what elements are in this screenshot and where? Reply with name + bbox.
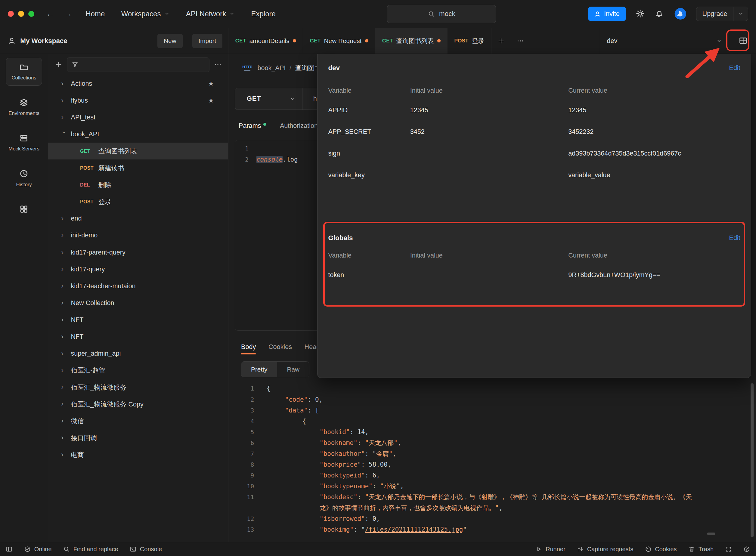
maximize-button[interactable] bbox=[28, 11, 34, 17]
new-tab-button[interactable] bbox=[491, 28, 511, 54]
new-button[interactable]: New bbox=[158, 34, 182, 48]
globals-edit-link[interactable]: Edit bbox=[729, 234, 740, 242]
statusbar-label: Capture requests bbox=[587, 546, 633, 553]
request-item[interactable]: DEL删除 bbox=[48, 176, 228, 193]
settings-button[interactable] bbox=[635, 9, 645, 19]
collection-folder[interactable]: ›微信 bbox=[48, 413, 228, 429]
rail-item-collections[interactable]: Collections bbox=[6, 58, 42, 85]
collection-folder[interactable]: ›API_test bbox=[48, 109, 228, 126]
request-tab[interactable]: GETNew Request bbox=[303, 28, 375, 54]
json-token: "bookdesc" bbox=[320, 493, 357, 501]
sidebar-more-button[interactable] bbox=[214, 61, 221, 68]
statusbar-layout[interactable] bbox=[6, 546, 12, 552]
collection-folder[interactable]: ›kid17-teacher-mutaion bbox=[48, 278, 228, 294]
method-dropdown[interactable]: GET bbox=[235, 88, 303, 110]
request-item[interactable]: GET查询图书列表 bbox=[48, 143, 228, 160]
collection-folder[interactable]: ›super_admin_api bbox=[48, 345, 228, 362]
nav-workspaces[interactable]: Workspaces bbox=[121, 10, 170, 18]
nav-api-network[interactable]: API Network bbox=[186, 10, 235, 18]
svg-text:HTTP: HTTP bbox=[242, 65, 252, 69]
global-search-input[interactable]: mock bbox=[387, 5, 496, 23]
vertical-scrollbar[interactable] bbox=[751, 383, 754, 537]
nav-home[interactable]: Home bbox=[85, 10, 105, 18]
statusbar-capture-requests[interactable]: Capture requests bbox=[577, 546, 633, 553]
statusbar-runner[interactable]: Runner bbox=[536, 546, 565, 553]
minimize-button[interactable] bbox=[18, 11, 24, 17]
response-link[interactable]: /files/202111112143125.jpg bbox=[365, 526, 463, 533]
statusbar-expand[interactable] bbox=[725, 546, 732, 552]
collection-folder[interactable]: ›接口回调 bbox=[48, 429, 228, 446]
environment-edit-link[interactable]: Edit bbox=[729, 64, 740, 72]
request-item[interactable]: POST登录 bbox=[48, 193, 228, 210]
gear-icon bbox=[635, 9, 645, 18]
environment-selector[interactable]: dev bbox=[599, 28, 730, 54]
add-collection-button[interactable] bbox=[55, 61, 62, 68]
json-token: " bbox=[463, 526, 467, 533]
url-input[interactable]: h bbox=[303, 95, 317, 103]
close-button[interactable] bbox=[8, 11, 14, 17]
collection-search-input[interactable] bbox=[67, 58, 209, 72]
collection-folder[interactable]: ›NFT bbox=[48, 311, 228, 328]
globals-section-header: Globals Edit bbox=[317, 225, 751, 247]
collection-folder[interactable]: ›end bbox=[48, 210, 228, 227]
user-avatar[interactable] bbox=[674, 7, 687, 20]
env-variable-row: variable_keyvariable_value bbox=[317, 164, 751, 186]
request-tab[interactable]: GET查询图书列表 bbox=[375, 28, 448, 54]
environment-quick-look-button[interactable] bbox=[730, 28, 756, 54]
request-tab[interactable]: GETamountDetails bbox=[229, 28, 303, 54]
statusbar-find-and-replace[interactable]: Find and replace bbox=[63, 546, 118, 553]
collection-folder[interactable]: ›佰医汇_物流微服务 bbox=[48, 379, 228, 396]
rail-item-history[interactable]: History bbox=[6, 164, 42, 192]
mode-pretty[interactable]: Pretty bbox=[241, 362, 277, 377]
upgrade-button[interactable]: Upgrade bbox=[696, 7, 748, 21]
tab-options-button[interactable] bbox=[511, 28, 530, 54]
collection-folder[interactable]: ›NFT bbox=[48, 328, 228, 345]
collection-folder[interactable]: ›kid17-query bbox=[48, 261, 228, 278]
json-token: 14 bbox=[357, 428, 365, 436]
rail-item-mock-servers[interactable]: Mock Servers bbox=[6, 129, 42, 157]
rail-item-environments[interactable]: Environments bbox=[6, 93, 42, 121]
request-tab[interactable]: POST登录 bbox=[448, 28, 491, 54]
horizontal-scrollbar[interactable] bbox=[707, 532, 715, 535]
json-token: " bbox=[361, 526, 365, 533]
import-button[interactable]: Import bbox=[192, 34, 223, 48]
collection-folder[interactable]: ›New Collection bbox=[48, 294, 228, 311]
collection-folder[interactable]: ›init-demo bbox=[48, 227, 228, 244]
statusbar-cookies[interactable]: Cookies bbox=[645, 546, 677, 553]
globals-column-headers: VariableInitial valueCurrent value bbox=[317, 247, 751, 264]
forward-button[interactable]: → bbox=[64, 9, 72, 19]
tab-cookies[interactable]: Cookies bbox=[269, 343, 292, 351]
tab-body[interactable]: Body bbox=[241, 343, 256, 351]
statusbar-online[interactable]: Online bbox=[24, 546, 51, 553]
notifications-button[interactable] bbox=[655, 9, 664, 19]
collection-folder[interactable]: ›电商 bbox=[48, 446, 228, 463]
json-content: "bookid": 14, bbox=[267, 427, 703, 438]
json-token: : bbox=[361, 461, 369, 468]
collections-icon bbox=[19, 63, 28, 72]
env-variable-name: variable_key bbox=[328, 171, 410, 179]
nav-explore[interactable]: Explore bbox=[251, 10, 275, 18]
invite-button[interactable]: Invite bbox=[588, 7, 626, 21]
workspace-title[interactable]: My Workspace bbox=[20, 37, 67, 45]
statusbar-help[interactable] bbox=[743, 546, 750, 552]
breadcrumb-collection[interactable]: book_API bbox=[257, 64, 286, 72]
collection-folder[interactable]: ›book_API bbox=[48, 126, 228, 143]
collection-folder[interactable]: ›flybus★ bbox=[48, 92, 228, 109]
json-line: 9"booktypeid": 6, bbox=[235, 470, 750, 481]
collection-folder[interactable]: ›kid17-parent-query bbox=[48, 244, 228, 261]
mode-raw[interactable]: Raw bbox=[277, 362, 309, 377]
tab-title: New Request bbox=[324, 37, 362, 44]
statusbar-trash[interactable]: Trash bbox=[688, 546, 714, 553]
json-token: { bbox=[302, 418, 306, 425]
collection-folder[interactable]: ›佰医汇-超管 bbox=[48, 362, 228, 379]
back-button[interactable]: ← bbox=[46, 9, 54, 19]
tab-params[interactable]: Params bbox=[239, 122, 266, 130]
tab-authorization[interactable]: Authorization bbox=[280, 122, 318, 130]
collection-folder[interactable]: ›Actions★ bbox=[48, 75, 228, 92]
statusbar-console[interactable]: Console bbox=[130, 546, 162, 553]
collection-folder[interactable]: ›佰医汇_物流微服务 Copy bbox=[48, 396, 228, 413]
json-token: : bbox=[365, 450, 372, 457]
json-token: "bookname" bbox=[320, 439, 357, 447]
rail-item-apps[interactable] bbox=[6, 200, 42, 218]
request-item[interactable]: POST新建读书 bbox=[48, 160, 228, 176]
